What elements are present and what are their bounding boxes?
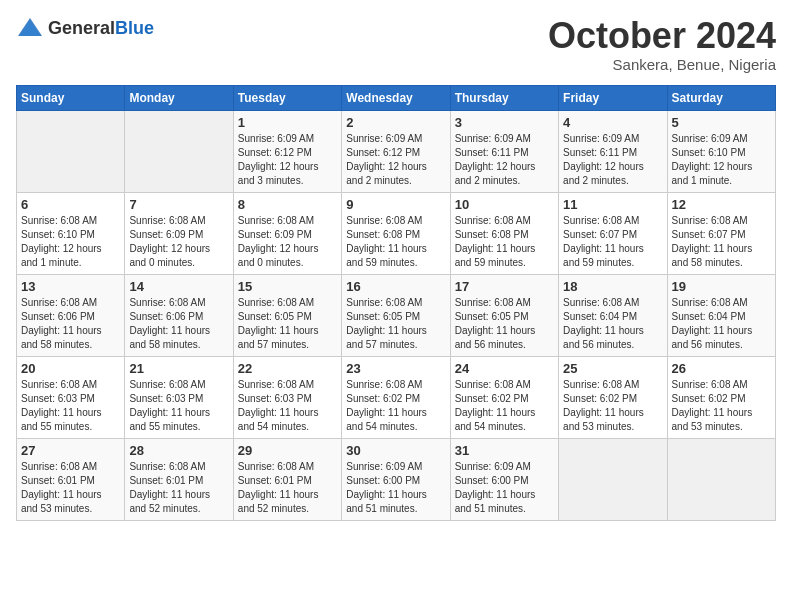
calendar-cell: 27Sunrise: 6:08 AM Sunset: 6:01 PM Dayli… xyxy=(17,438,125,520)
calendar-cell: 16Sunrise: 6:08 AM Sunset: 6:05 PM Dayli… xyxy=(342,274,450,356)
calendar-cell: 22Sunrise: 6:08 AM Sunset: 6:03 PM Dayli… xyxy=(233,356,341,438)
calendar-cell: 17Sunrise: 6:08 AM Sunset: 6:05 PM Dayli… xyxy=(450,274,558,356)
calendar-cell: 11Sunrise: 6:08 AM Sunset: 6:07 PM Dayli… xyxy=(559,192,667,274)
day-number: 14 xyxy=(129,279,228,294)
day-header-wednesday: Wednesday xyxy=(342,85,450,110)
calendar-cell xyxy=(17,110,125,192)
calendar-cell: 7Sunrise: 6:08 AM Sunset: 6:09 PM Daylig… xyxy=(125,192,233,274)
day-number: 26 xyxy=(672,361,771,376)
day-content: Sunrise: 6:08 AM Sunset: 6:01 PM Dayligh… xyxy=(21,460,120,516)
day-content: Sunrise: 6:08 AM Sunset: 6:01 PM Dayligh… xyxy=(238,460,337,516)
calendar-cell: 25Sunrise: 6:08 AM Sunset: 6:02 PM Dayli… xyxy=(559,356,667,438)
day-number: 12 xyxy=(672,197,771,212)
day-content: Sunrise: 6:08 AM Sunset: 6:02 PM Dayligh… xyxy=(346,378,445,434)
month-title: October 2024 xyxy=(548,16,776,56)
day-content: Sunrise: 6:08 AM Sunset: 6:09 PM Dayligh… xyxy=(238,214,337,270)
day-number: 22 xyxy=(238,361,337,376)
calendar-cell: 8Sunrise: 6:08 AM Sunset: 6:09 PM Daylig… xyxy=(233,192,341,274)
calendar-cell: 4Sunrise: 6:09 AM Sunset: 6:11 PM Daylig… xyxy=(559,110,667,192)
logo-general: General xyxy=(48,18,115,38)
day-content: Sunrise: 6:08 AM Sunset: 6:06 PM Dayligh… xyxy=(21,296,120,352)
calendar-cell: 30Sunrise: 6:09 AM Sunset: 6:00 PM Dayli… xyxy=(342,438,450,520)
logo: GeneralBlue xyxy=(16,16,154,40)
calendar-cell: 18Sunrise: 6:08 AM Sunset: 6:04 PM Dayli… xyxy=(559,274,667,356)
day-header-tuesday: Tuesday xyxy=(233,85,341,110)
day-content: Sunrise: 6:08 AM Sunset: 6:03 PM Dayligh… xyxy=(238,378,337,434)
day-number: 23 xyxy=(346,361,445,376)
day-number: 5 xyxy=(672,115,771,130)
day-number: 2 xyxy=(346,115,445,130)
logo-blue: Blue xyxy=(115,18,154,38)
day-number: 1 xyxy=(238,115,337,130)
day-number: 27 xyxy=(21,443,120,458)
day-content: Sunrise: 6:08 AM Sunset: 6:05 PM Dayligh… xyxy=(238,296,337,352)
calendar-cell: 19Sunrise: 6:08 AM Sunset: 6:04 PM Dayli… xyxy=(667,274,775,356)
day-number: 11 xyxy=(563,197,662,212)
day-number: 28 xyxy=(129,443,228,458)
day-content: Sunrise: 6:08 AM Sunset: 6:03 PM Dayligh… xyxy=(129,378,228,434)
day-number: 19 xyxy=(672,279,771,294)
day-number: 25 xyxy=(563,361,662,376)
day-content: Sunrise: 6:08 AM Sunset: 6:01 PM Dayligh… xyxy=(129,460,228,516)
day-number: 30 xyxy=(346,443,445,458)
week-row-4: 20Sunrise: 6:08 AM Sunset: 6:03 PM Dayli… xyxy=(17,356,776,438)
day-content: Sunrise: 6:09 AM Sunset: 6:11 PM Dayligh… xyxy=(455,132,554,188)
day-header-friday: Friday xyxy=(559,85,667,110)
calendar-table: SundayMondayTuesdayWednesdayThursdayFrid… xyxy=(16,85,776,521)
week-row-3: 13Sunrise: 6:08 AM Sunset: 6:06 PM Dayli… xyxy=(17,274,776,356)
day-content: Sunrise: 6:08 AM Sunset: 6:06 PM Dayligh… xyxy=(129,296,228,352)
calendar-cell: 29Sunrise: 6:08 AM Sunset: 6:01 PM Dayli… xyxy=(233,438,341,520)
day-content: Sunrise: 6:08 AM Sunset: 6:03 PM Dayligh… xyxy=(21,378,120,434)
day-content: Sunrise: 6:08 AM Sunset: 6:05 PM Dayligh… xyxy=(455,296,554,352)
day-number: 3 xyxy=(455,115,554,130)
page-header: GeneralBlue October 2024 Sankera, Benue,… xyxy=(16,16,776,73)
day-number: 6 xyxy=(21,197,120,212)
day-content: Sunrise: 6:08 AM Sunset: 6:08 PM Dayligh… xyxy=(455,214,554,270)
header-row: SundayMondayTuesdayWednesdayThursdayFrid… xyxy=(17,85,776,110)
calendar-cell: 3Sunrise: 6:09 AM Sunset: 6:11 PM Daylig… xyxy=(450,110,558,192)
calendar-cell: 26Sunrise: 6:08 AM Sunset: 6:02 PM Dayli… xyxy=(667,356,775,438)
day-header-monday: Monday xyxy=(125,85,233,110)
day-number: 9 xyxy=(346,197,445,212)
day-content: Sunrise: 6:08 AM Sunset: 6:02 PM Dayligh… xyxy=(563,378,662,434)
day-number: 7 xyxy=(129,197,228,212)
week-row-5: 27Sunrise: 6:08 AM Sunset: 6:01 PM Dayli… xyxy=(17,438,776,520)
day-content: Sunrise: 6:09 AM Sunset: 6:11 PM Dayligh… xyxy=(563,132,662,188)
day-header-thursday: Thursday xyxy=(450,85,558,110)
day-content: Sunrise: 6:09 AM Sunset: 6:00 PM Dayligh… xyxy=(346,460,445,516)
day-number: 31 xyxy=(455,443,554,458)
day-content: Sunrise: 6:08 AM Sunset: 6:08 PM Dayligh… xyxy=(346,214,445,270)
calendar-cell: 12Sunrise: 6:08 AM Sunset: 6:07 PM Dayli… xyxy=(667,192,775,274)
calendar-cell xyxy=(559,438,667,520)
day-content: Sunrise: 6:08 AM Sunset: 6:07 PM Dayligh… xyxy=(563,214,662,270)
calendar-cell: 28Sunrise: 6:08 AM Sunset: 6:01 PM Dayli… xyxy=(125,438,233,520)
day-content: Sunrise: 6:08 AM Sunset: 6:09 PM Dayligh… xyxy=(129,214,228,270)
calendar-cell: 5Sunrise: 6:09 AM Sunset: 6:10 PM Daylig… xyxy=(667,110,775,192)
day-content: Sunrise: 6:08 AM Sunset: 6:04 PM Dayligh… xyxy=(563,296,662,352)
day-number: 20 xyxy=(21,361,120,376)
day-header-saturday: Saturday xyxy=(667,85,775,110)
day-content: Sunrise: 6:09 AM Sunset: 6:10 PM Dayligh… xyxy=(672,132,771,188)
day-number: 21 xyxy=(129,361,228,376)
calendar-cell xyxy=(125,110,233,192)
day-number: 16 xyxy=(346,279,445,294)
calendar-cell: 9Sunrise: 6:08 AM Sunset: 6:08 PM Daylig… xyxy=(342,192,450,274)
logo-icon xyxy=(16,16,44,40)
day-content: Sunrise: 6:08 AM Sunset: 6:10 PM Dayligh… xyxy=(21,214,120,270)
day-number: 4 xyxy=(563,115,662,130)
day-number: 29 xyxy=(238,443,337,458)
calendar-cell: 21Sunrise: 6:08 AM Sunset: 6:03 PM Dayli… xyxy=(125,356,233,438)
day-content: Sunrise: 6:08 AM Sunset: 6:02 PM Dayligh… xyxy=(672,378,771,434)
calendar-cell: 31Sunrise: 6:09 AM Sunset: 6:00 PM Dayli… xyxy=(450,438,558,520)
calendar-cell: 2Sunrise: 6:09 AM Sunset: 6:12 PM Daylig… xyxy=(342,110,450,192)
day-content: Sunrise: 6:09 AM Sunset: 6:00 PM Dayligh… xyxy=(455,460,554,516)
day-content: Sunrise: 6:08 AM Sunset: 6:02 PM Dayligh… xyxy=(455,378,554,434)
week-row-1: 1Sunrise: 6:09 AM Sunset: 6:12 PM Daylig… xyxy=(17,110,776,192)
calendar-cell: 15Sunrise: 6:08 AM Sunset: 6:05 PM Dayli… xyxy=(233,274,341,356)
day-content: Sunrise: 6:08 AM Sunset: 6:07 PM Dayligh… xyxy=(672,214,771,270)
day-content: Sunrise: 6:08 AM Sunset: 6:04 PM Dayligh… xyxy=(672,296,771,352)
calendar-cell: 24Sunrise: 6:08 AM Sunset: 6:02 PM Dayli… xyxy=(450,356,558,438)
week-row-2: 6Sunrise: 6:08 AM Sunset: 6:10 PM Daylig… xyxy=(17,192,776,274)
title-block: October 2024 Sankera, Benue, Nigeria xyxy=(548,16,776,73)
day-number: 17 xyxy=(455,279,554,294)
